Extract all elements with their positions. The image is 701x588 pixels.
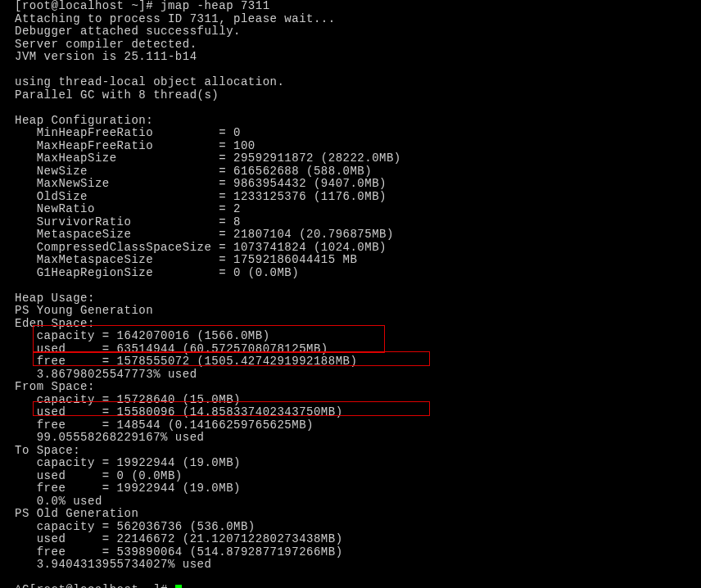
blank-line <box>15 572 686 585</box>
eden-capacity: capacity = 1642070016 (1566.0MB) <box>15 330 686 343</box>
config-line: OldSize = 1233125376 (1176.0MB) <box>15 191 686 204</box>
output-line: JVM version is 25.111-b14 <box>15 51 686 64</box>
heap-usage-title: Heap Usage: <box>15 292 686 305</box>
young-gen-title: PS Young Generation <box>15 305 686 318</box>
terminal-output: [root@localhost ~]# jmap -heap 7311 Atta… <box>0 0 701 588</box>
shell-prompt-line[interactable]: [root@localhost ~]# jmap -heap 7311 <box>15 0 686 13</box>
eden-pct: 3.86798025547773% used <box>15 369 686 382</box>
output-line: Attaching to process ID 7311, please wai… <box>15 13 686 26</box>
old-pct: 3.9404313955734027% used <box>15 559 686 572</box>
config-line: MinHeapFreeRatio = 0 <box>15 127 686 140</box>
from-used: used = 15580096 (14.858337402343750MB) <box>15 406 686 419</box>
config-line: G1HeapRegionSize = 0 (0.0MB) <box>15 267 686 280</box>
from-capacity: capacity = 15728640 (15.0MB) <box>15 394 686 407</box>
blank-line <box>15 102 686 115</box>
shell-prompt-line[interactable]: ^C[root@localhost ~]# <box>15 584 686 588</box>
heap-configuration-title: Heap Configuration: <box>15 115 686 128</box>
to-used: used = 0 (0.0MB) <box>15 470 686 483</box>
config-line: MaxNewSize = 9863954432 (9407.0MB) <box>15 178 686 191</box>
to-space-title: To Space: <box>15 445 686 458</box>
old-gen-title: PS Old Generation <box>15 508 686 521</box>
config-line: NewSize = 616562688 (588.0MB) <box>15 165 686 179</box>
config-line: MaxMetaspaceSize = 17592186044415 MB <box>15 254 686 267</box>
eden-used: used = 63514944 (60.5725708078125MB) <box>15 343 686 356</box>
config-line: MaxHeapFreeRatio = 100 <box>15 140 686 153</box>
cursor-icon <box>175 585 182 588</box>
old-free: free = 539890064 (514.8792877197266MB) <box>15 546 686 559</box>
from-pct: 99.05558268229167% used <box>15 432 686 445</box>
eden-space-title: Eden Space: <box>15 318 686 331</box>
from-free: free = 148544 (0.14166259765625MB) <box>15 419 686 432</box>
output-line: Debugger attached successfully. <box>15 25 686 38</box>
config-line: NewRatio = 2 <box>15 203 686 216</box>
output-line: using thread-local object allocation. <box>15 76 686 89</box>
output-line: Parallel GC with 8 thread(s) <box>15 89 686 102</box>
old-used: used = 22146672 (21.120712280273438MB) <box>15 533 686 546</box>
config-line: CompressedClassSpaceSize = 1073741824 (1… <box>15 242 686 255</box>
to-capacity: capacity = 19922944 (19.0MB) <box>15 457 686 470</box>
to-free: free = 19922944 (19.0MB) <box>15 482 686 495</box>
blank-line <box>15 64 686 77</box>
blank-line <box>15 279 686 292</box>
config-line: MetaspaceSize = 21807104 (20.796875MB) <box>15 228 686 242</box>
config-line: MaxHeapSize = 29592911872 (28222.0MB) <box>15 152 686 165</box>
prompt-text: ^C[root@localhost ~]# <box>15 583 175 588</box>
config-line: SurvivorRatio = 8 <box>15 216 686 229</box>
old-capacity: capacity = 562036736 (536.0MB) <box>15 521 686 534</box>
output-line: Server compiler detected. <box>15 38 686 52</box>
to-pct: 0.0% used <box>15 495 686 509</box>
eden-free: free = 1578555072 (1505.4274291992188MB) <box>15 355 686 369</box>
from-space-title: From Space: <box>15 381 686 394</box>
